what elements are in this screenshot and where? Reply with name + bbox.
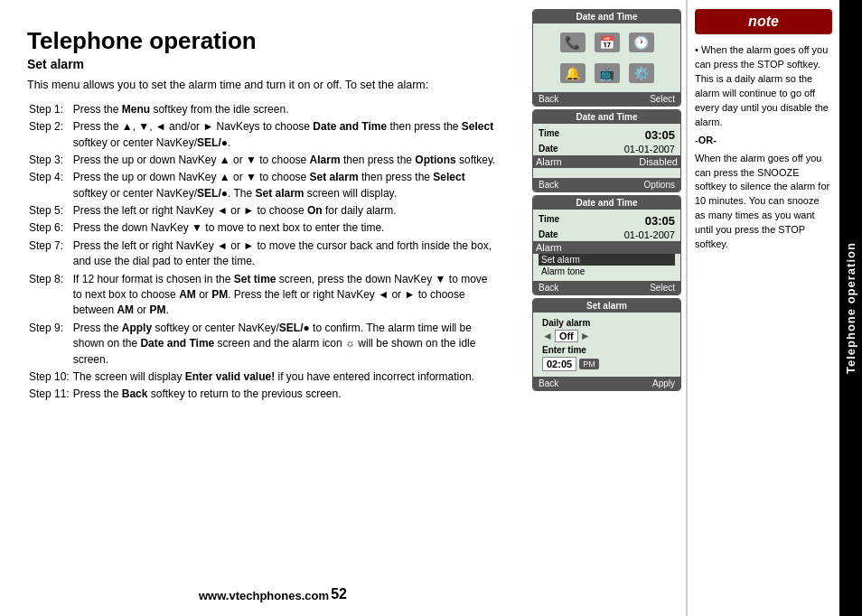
toggle-row: ◄ Off ►	[542, 330, 671, 342]
clock-icon: 🕐	[629, 33, 654, 52]
screen1-body: 📞 📅 🕐 🔔 📺 ⚙️	[533, 23, 680, 92]
screen2-alarm-row: Alarm Disabled	[533, 155, 680, 168]
step-label: Step 1:	[27, 101, 71, 118]
screen1-header: Date and Time	[533, 10, 680, 23]
note-text: • When the alarm goes off you can press …	[695, 43, 832, 252]
calendar-icon: 📅	[595, 33, 620, 52]
step-text: Press the Menu softkey from the idle scr…	[71, 101, 501, 118]
step-text: Press the left or right NavKey ◄ or ► to…	[71, 238, 501, 271]
step-text: Press the up or down NavKey ▲ or ▼ to ch…	[71, 169, 501, 202]
step-row: Step 9:Press the Apply softkey or center…	[27, 320, 501, 369]
screen3-body: Time 03:05 Date 01-01-2007 Alarm Set ala…	[533, 210, 680, 281]
screen1-icons: 📞 📅 🕐	[539, 27, 675, 58]
screen4-body: Daily alarm ◄ Off ► Enter time 02:05 PM	[533, 313, 680, 377]
step-text: If 12 hour format is chosen in the Set t…	[71, 271, 501, 320]
screen2-options[interactable]: Options	[644, 180, 675, 190]
step-text: Press the up or down NavKey ▲ or ▼ to ch…	[71, 152, 501, 169]
screen4-header: Set alarm	[533, 299, 680, 313]
screen3-time-row: Time 03:05	[539, 213, 675, 229]
screen3-menu-item2[interactable]: Alarm tone	[539, 266, 675, 277]
vertical-tab: Telephone operation	[839, 0, 862, 616]
step-text: Press the down NavKey ▼ to move to next …	[71, 219, 501, 237]
bell-icon: 🔔	[560, 63, 586, 83]
screen2-alarm-label: Alarm	[536, 156, 562, 167]
toggle-left-arrow: ◄	[542, 330, 553, 342]
pm-button[interactable]: PM	[579, 359, 599, 369]
step-row: Step 11:Press the Back softkey to return…	[27, 386, 501, 403]
step-label: Step 9:	[27, 320, 71, 369]
time-input[interactable]: 02:05	[542, 357, 576, 371]
step-row: Step 10:The screen will display Enter va…	[27, 369, 501, 386]
screen2-time-label: Time	[539, 128, 559, 142]
step-text: Press the ▲, ▼, ◄ and/or ► NavKeys to ch…	[71, 118, 501, 152]
step-label: Step 2:	[27, 118, 71, 152]
screen3-menu-item1[interactable]: Set alarm	[539, 254, 675, 266]
intro-text: This menu allows you to set the alarm ti…	[27, 77, 501, 94]
screen1-back[interactable]: Back	[539, 94, 558, 104]
step-row: Step 2:Press the ▲, ▼, ◄ and/or ► NavKey…	[27, 118, 501, 152]
screen2-date-row: Date 01-01-2007	[539, 143, 675, 155]
screen1: Date and Time 📞 📅 🕐 🔔 📺 ⚙️ Back Select	[532, 9, 681, 107]
screen3-date-row: Date 01-01-2007	[539, 229, 675, 241]
step-label: Step 3:	[27, 152, 71, 169]
step-row: Step 4:Press the up or down NavKey ▲ or …	[27, 169, 501, 202]
screen2-date-label: Date	[539, 144, 558, 154]
screen4-back[interactable]: Back	[539, 378, 558, 388]
main-content: Telephone operation Set alarm This menu …	[0, 0, 528, 616]
step-text: The screen will display Enter valid valu…	[71, 369, 501, 386]
settings-icon: ⚙️	[629, 63, 654, 83]
step-label: Step 6:	[27, 219, 71, 237]
daily-alarm-label: Daily alarm	[542, 318, 671, 328]
screen4-footer: Back Apply	[533, 377, 680, 390]
screen3-time-label: Time	[539, 214, 559, 228]
screen3-alarm-row: Alarm	[533, 241, 680, 254]
screen2-back[interactable]: Back	[539, 180, 558, 190]
step-row: Step 6:Press the down NavKey ▼ to move t…	[27, 219, 501, 237]
screen3-header: Date and Time	[533, 196, 680, 210]
page-number: 52	[331, 586, 347, 602]
step-label: Step 5:	[27, 202, 71, 219]
website: www.vtechphones.com	[0, 589, 528, 602]
screen3-select[interactable]: Select	[650, 283, 675, 293]
screen4: Set alarm Daily alarm ◄ Off ► Enter time…	[532, 298, 681, 391]
step-text: Press the Apply softkey or center NavKey…	[71, 320, 501, 369]
screen2-time-value: 03:05	[645, 128, 675, 142]
screen3-back[interactable]: Back	[539, 283, 558, 293]
step-row: Step 7:Press the left or right NavKey ◄ …	[27, 238, 501, 271]
screen2-alarm-value: Disabled	[639, 156, 678, 167]
note-box: note	[695, 9, 832, 34]
time-input-row: 02:05 PM	[542, 357, 671, 371]
step-row: Step 1:Press the Menu softkey from the i…	[27, 101, 501, 118]
page-title: Telephone operation	[27, 27, 501, 55]
screen1-select[interactable]: Select	[650, 94, 675, 104]
screen3: Date and Time Time 03:05 Date 01-01-2007…	[532, 195, 681, 295]
screen3-date-label: Date	[539, 229, 558, 240]
screen2-body: Time 03:05 Date 01-01-2007 Alarm Disable…	[533, 124, 680, 178]
phone-icon: 📞	[560, 33, 586, 52]
screen2-date-value: 01-01-2007	[624, 144, 675, 154]
screen3-footer: Back Select	[533, 281, 680, 294]
screen3-alarm-label: Alarm	[536, 242, 562, 253]
screen3-time-value: 03:05	[645, 214, 675, 228]
toggle-value[interactable]: Off	[555, 330, 578, 342]
screen4-apply[interactable]: Apply	[652, 378, 675, 388]
step-label: Step 10:	[27, 369, 71, 386]
note-or-label: -OR-	[695, 134, 832, 148]
step-label: Step 11:	[27, 386, 71, 403]
steps-table: Step 1:Press the Menu softkey from the i…	[27, 101, 501, 404]
step-label: Step 4:	[27, 169, 71, 202]
step-text: Press the Back softkey to return to the …	[71, 386, 501, 403]
screen3-menu: Set alarm Alarm tone	[539, 254, 675, 277]
display-icon: 📺	[595, 63, 620, 83]
screen2: Date and Time Time 03:05 Date 01-01-2007…	[532, 109, 681, 192]
note-sidebar: note • When the alarm goes off you can p…	[686, 0, 839, 616]
step-label: Step 7:	[27, 238, 71, 271]
enter-time-label: Enter time	[542, 345, 671, 355]
toggle-right-arrow: ►	[580, 330, 591, 342]
step-row: Step 8:If 12 hour format is chosen in th…	[27, 271, 501, 320]
screen1-footer: Back Select	[533, 92, 680, 106]
note-bullet2: When the alarm goes off you can press th…	[695, 152, 832, 253]
screen3-date-value: 01-01-2007	[624, 229, 675, 240]
step-label: Step 8:	[27, 271, 71, 320]
phone-sidebar: Date and Time 📞 📅 🕐 🔔 📺 ⚙️ Back Select D…	[528, 0, 686, 616]
